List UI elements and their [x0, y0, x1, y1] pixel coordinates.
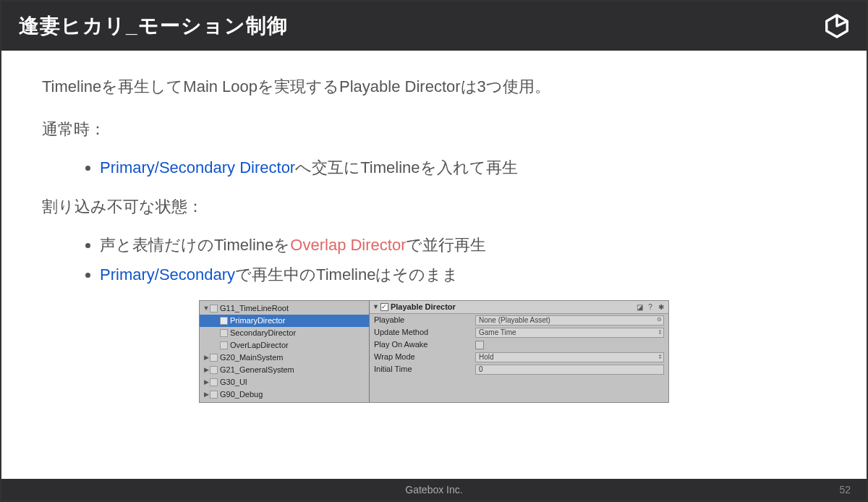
bullet-3: Primary/Secondaryで再生中のTimelineはそのまま	[100, 262, 826, 287]
expand-arrow-icon[interactable]: ▶	[203, 352, 210, 362]
hierarchy-panel: ▼G11_TimeLineRootPrimaryDirectorSecondar…	[200, 301, 370, 402]
row-initial-time: Initial Time 0	[370, 363, 668, 375]
bullet-1-highlight: Primary/Secondary Director	[100, 158, 295, 176]
label-initial: Initial Time	[374, 363, 475, 376]
expand-arrow-icon[interactable]: ▶	[203, 389, 210, 399]
hierarchy-item-label: G11_TimeLineRoot	[220, 302, 289, 315]
bullet-3-highlight: Primary/Secondary	[100, 265, 235, 284]
value-playable: None (Playable Asset)	[479, 315, 550, 326]
docs-icon[interactable]: ?	[646, 303, 655, 312]
bullet-list-interrupt: 声と表情だけのTimelineをOverlap Directorで並行再生 Pr…	[42, 232, 826, 287]
label-wrap: Wrap Mode	[374, 351, 475, 364]
field-update[interactable]: Game Time ‡	[475, 328, 664, 338]
hierarchy-item[interactable]: OverLapDirector	[200, 339, 369, 352]
enable-checkbox[interactable]: ✓	[380, 303, 388, 311]
hierarchy-item[interactable]: PrimaryDirector	[200, 315, 369, 327]
brand-logo-icon	[825, 14, 849, 38]
page-number: 52	[839, 484, 851, 495]
hierarchy-item-label: G21_GeneralSystem	[220, 364, 294, 377]
bullet-2-seg1: 声と表情だけのTimelineを	[100, 236, 290, 254]
bullet-2: 声と表情だけのTimelineをOverlap Directorで並行再生	[100, 232, 826, 258]
hierarchy-item-label: OverLapDirector	[230, 339, 289, 352]
footer-company: Gatebox Inc.	[405, 484, 462, 495]
hierarchy-item[interactable]: SecondaryDirector	[200, 327, 369, 339]
bullet-3-rest: で再生中のTimelineはそのまま	[235, 265, 459, 284]
bullet-list-normal: Primary/Secondary Directorへ交互にTimelineを入…	[42, 155, 826, 180]
hierarchy-item-label: PrimaryDirector	[230, 315, 285, 328]
row-wrap-mode: Wrap Mode Hold ‡	[370, 351, 668, 363]
expand-arrow-icon[interactable]: ▶	[203, 377, 210, 387]
hierarchy-item[interactable]: ▼G11_TimeLineRoot	[200, 302, 369, 315]
inspector-panel: ▼ ✓ Playable Director ◪ ? ✱ Playable Non…	[370, 301, 668, 402]
gameobject-cube-icon	[210, 305, 218, 312]
gameobject-cube-icon	[220, 317, 228, 325]
label-update: Update Method	[374, 326, 475, 339]
bullet-1-rest: へ交互にTimelineを入れて再生	[295, 158, 517, 176]
hierarchy-item-label: G90_Debug	[220, 388, 263, 401]
dropdown-caret-icon: ‡	[659, 352, 662, 362]
row-update-method: Update Method Game Time ‡	[370, 326, 668, 339]
settings-icon[interactable]: ✱	[657, 303, 665, 312]
value-wrap: Hold	[479, 352, 494, 363]
slide-footer: Gatebox Inc. 52	[1, 479, 867, 501]
hierarchy-item[interactable]: ▶G90_Debug	[200, 388, 369, 401]
expand-arrow-icon[interactable]: ▼	[203, 303, 210, 313]
bullet-2-seg3: で並行再生	[406, 236, 486, 254]
slide-title: 逢妻ヒカリ_モーション制御	[19, 12, 288, 40]
slide-header: 逢妻ヒカリ_モーション制御	[1, 1, 867, 51]
label-playable: Playable	[374, 314, 475, 327]
intro-text: Timelineを再生してMain Loopを実現するPlayable Dire…	[42, 74, 826, 99]
expand-arrow-icon[interactable]: ▶	[203, 365, 210, 375]
field-playable[interactable]: None (Playable Asset) ⊙	[475, 315, 664, 326]
inspector-component-header[interactable]: ▼ ✓ Playable Director ◪ ? ✱	[370, 301, 668, 314]
hierarchy-item[interactable]: ▶G30_UI	[200, 376, 369, 388]
component-title: Playable Director	[391, 301, 633, 314]
hierarchy-item-label: G20_MainSystem	[220, 352, 283, 365]
row-playable: Playable None (Playable Asset) ⊙	[370, 314, 668, 326]
field-initial[interactable]: 0	[475, 365, 664, 375]
fold-arrow-icon: ▼	[373, 302, 379, 312]
section-interrupt-label: 割り込み不可な状態：	[42, 194, 826, 219]
help-icon[interactable]: ◪	[635, 303, 644, 312]
gameobject-cube-icon	[220, 341, 228, 349]
checkbox-awake[interactable]	[475, 341, 484, 349]
gameobject-cube-icon	[220, 329, 228, 337]
dropdown-caret-icon: ‡	[659, 328, 662, 337]
bullet-2-highlight: Overlap Director	[290, 236, 406, 254]
field-wrap[interactable]: Hold ‡	[475, 352, 664, 362]
gameobject-cube-icon	[210, 366, 218, 374]
object-picker-icon[interactable]: ⊙	[657, 315, 662, 325]
hierarchy-item-label: SecondaryDirector	[230, 327, 296, 340]
value-update: Game Time	[479, 327, 516, 339]
row-play-on-awake: Play On Awake	[370, 339, 668, 351]
gameobject-cube-icon	[210, 354, 218, 362]
section-normal-label: 通常時：	[42, 116, 826, 142]
hierarchy-item[interactable]: ▶G21_GeneralSystem	[200, 364, 369, 376]
unity-editor-snippet: ▼G11_TimeLineRootPrimaryDirectorSecondar…	[199, 300, 669, 403]
slide-body: Timelineを再生してMain Loopを実現するPlayable Dire…	[1, 51, 867, 479]
value-initial: 0	[479, 364, 483, 375]
slide: 逢妻ヒカリ_モーション制御 Timelineを再生してMain Loopを実現す…	[0, 0, 868, 502]
bullet-1: Primary/Secondary Directorへ交互にTimelineを入…	[100, 155, 826, 180]
gameobject-cube-icon	[210, 378, 218, 386]
hierarchy-item[interactable]: ▶G20_MainSystem	[200, 352, 369, 364]
label-awake: Play On Awake	[374, 339, 475, 352]
hierarchy-item-label: G30_UI	[220, 376, 247, 389]
gameobject-cube-icon	[210, 391, 218, 399]
